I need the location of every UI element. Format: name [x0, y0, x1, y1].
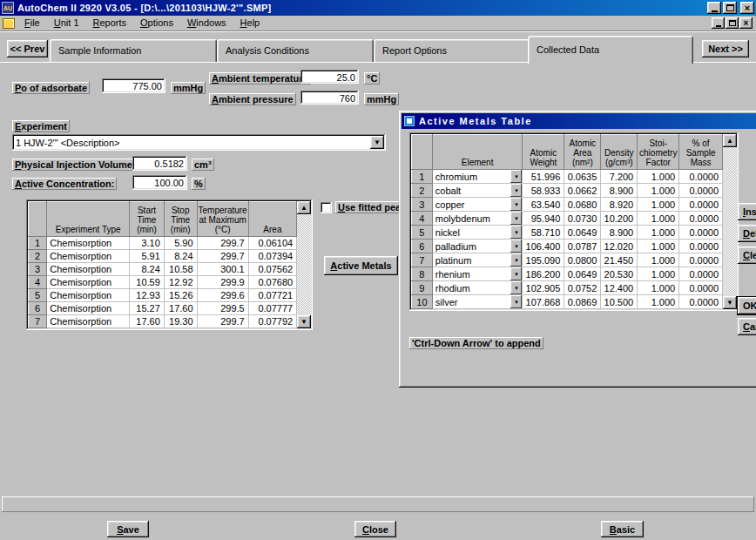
cell[interactable]: 0.07680 — [248, 276, 296, 289]
dropdown-icon[interactable]: ▼ — [510, 170, 522, 183]
cell[interactable]: 300.1 — [197, 263, 248, 276]
cell[interactable]: 0.0649 — [564, 267, 601, 281]
cell[interactable]: Chemisorption — [47, 276, 130, 289]
prev-button[interactable]: << Prev — [7, 40, 48, 57]
cell[interactable]: 0.0649 — [564, 226, 601, 240]
row-number[interactable]: 6 — [29, 302, 47, 315]
cell[interactable]: 0.0730 — [564, 212, 601, 226]
cell[interactable]: 51.996 — [523, 170, 564, 184]
cell[interactable]: 12.400 — [601, 281, 638, 295]
cell[interactable]: 0.0000 — [679, 240, 723, 253]
mdi-close-button[interactable]: × — [739, 17, 753, 29]
cell[interactable]: 1.000 — [638, 212, 679, 226]
cell[interactable]: 299.7 — [197, 237, 248, 250]
clear-button[interactable]: Clear — [738, 246, 756, 264]
scroll-down-button[interactable]: ▼ — [297, 315, 311, 328]
cell[interactable]: 102.905 — [523, 281, 564, 295]
row-number[interactable]: 4 — [412, 212, 433, 226]
row-number[interactable]: 1 — [29, 237, 47, 250]
cell[interactable]: 0.0680 — [564, 198, 601, 212]
row-number[interactable]: 9 — [412, 281, 433, 295]
cell[interactable]: 5.91 — [130, 250, 165, 263]
ambient-pressure-input[interactable] — [300, 91, 359, 105]
cell[interactable]: 20.530 — [601, 267, 638, 281]
cancel-button[interactable]: Cancel — [738, 318, 756, 335]
scroll-track[interactable] — [723, 147, 737, 296]
cell[interactable]: 0.0000 — [679, 295, 723, 309]
cell[interactable]: 0.0000 — [679, 281, 723, 295]
cell[interactable]: 10.200 — [601, 212, 638, 226]
menu-reports[interactable]: Reports — [86, 16, 134, 30]
cell[interactable]: 12.93 — [130, 289, 165, 302]
cell[interactable]: 21.450 — [601, 253, 638, 267]
row-number[interactable]: 3 — [29, 263, 47, 276]
cell[interactable]: 17.60 — [164, 302, 197, 315]
dropdown-icon[interactable]: ▼ — [370, 136, 384, 149]
cell[interactable]: 58.710 — [523, 226, 564, 240]
element-cell[interactable]: cobalt▼ — [432, 184, 523, 198]
active-concentration-input[interactable] — [132, 175, 187, 190]
tab-collected-data[interactable]: Collected Data — [528, 36, 693, 64]
po-of-adsorbate-input[interactable] — [102, 78, 165, 93]
cell[interactable]: 0.0752 — [564, 281, 601, 295]
cell[interactable]: 12.92 — [164, 276, 197, 289]
next-button[interactable]: Next >> — [702, 40, 749, 57]
menu-file[interactable]: File — [17, 16, 47, 30]
row-number[interactable]: 7 — [412, 253, 433, 267]
mdi-minimize-button[interactable] — [712, 17, 725, 29]
dropdown-icon[interactable]: ▼ — [510, 212, 522, 225]
title-bar[interactable]: AU AutoChem II 2920 V3.05 - [D:\...\2011… — [0, 0, 756, 16]
cell[interactable]: 0.0000 — [679, 170, 723, 184]
cell[interactable]: 0.07777 — [248, 302, 296, 315]
element-cell[interactable]: chromium▼ — [432, 170, 523, 184]
cell[interactable]: 15.27 — [130, 302, 165, 315]
cell[interactable]: 1.000 — [638, 198, 679, 212]
cell[interactable]: 0.07394 — [248, 250, 296, 263]
cell[interactable]: Chemisorption — [47, 302, 130, 315]
element-cell[interactable]: molybdenum▼ — [432, 212, 523, 226]
menu-unit-1[interactable]: Unit 1 — [47, 16, 86, 30]
menu-windows[interactable]: Windows — [180, 16, 233, 30]
cell[interactable]: 1.000 — [638, 253, 679, 267]
cell[interactable]: 1.000 — [638, 184, 679, 198]
cell[interactable]: 299.9 — [197, 276, 248, 289]
row-number[interactable]: 10 — [412, 295, 433, 309]
dropdown-icon[interactable]: ▼ — [510, 253, 522, 267]
cell[interactable]: 299.5 — [197, 302, 248, 315]
cell[interactable]: 12.020 — [601, 240, 638, 253]
cell[interactable]: 8.920 — [601, 198, 638, 212]
element-cell[interactable]: rhodium▼ — [432, 281, 523, 295]
element-cell[interactable]: palladium▼ — [432, 240, 523, 253]
row-number[interactable]: 5 — [29, 289, 47, 302]
cell[interactable]: 7.200 — [601, 170, 638, 184]
cell[interactable]: Chemisorption — [47, 263, 130, 276]
cell[interactable]: 5.90 — [164, 237, 197, 250]
cell[interactable]: 0.0000 — [679, 226, 723, 240]
cell[interactable]: 1.000 — [638, 295, 679, 309]
mdi-restore-button[interactable] — [726, 17, 739, 29]
cell[interactable]: 186.200 — [523, 267, 564, 281]
cell[interactable]: 0.0000 — [679, 198, 723, 212]
cell[interactable]: 106.400 — [523, 240, 564, 253]
cell[interactable]: 63.540 — [523, 198, 564, 212]
cell[interactable]: 8.900 — [601, 184, 638, 198]
cell[interactable]: 299.7 — [197, 250, 248, 263]
cell[interactable]: 0.0662 — [564, 184, 601, 198]
cell[interactable]: 0.0000 — [679, 184, 723, 198]
row-number[interactable]: 1 — [412, 170, 433, 184]
app-icon[interactable]: AU — [2, 2, 14, 14]
scroll-up-button[interactable]: ▲ — [297, 201, 311, 214]
cell[interactable]: 0.0800 — [564, 253, 601, 267]
ambient-temperature-input[interactable] — [300, 70, 359, 84]
cell[interactable]: 95.940 — [523, 212, 564, 226]
cell[interactable]: 0.0787 — [564, 240, 601, 253]
tab-report-options[interactable]: Report Options — [374, 39, 530, 62]
dropdown-icon[interactable]: ▼ — [510, 240, 522, 253]
cell[interactable]: 3.10 — [130, 237, 165, 250]
cell[interactable]: 58.933 — [523, 184, 564, 198]
row-number[interactable]: 8 — [412, 267, 433, 281]
cell[interactable]: 0.07721 — [248, 289, 296, 302]
close-button[interactable]: × — [740, 2, 754, 14]
row-number[interactable]: 2 — [29, 250, 47, 263]
cell[interactable]: 0.06104 — [248, 237, 296, 250]
